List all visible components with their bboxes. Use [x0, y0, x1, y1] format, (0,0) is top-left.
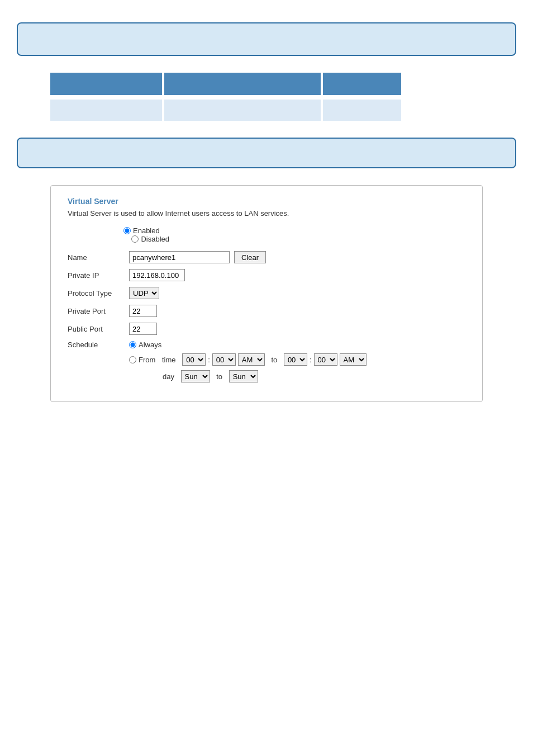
- table-area: [50, 73, 516, 121]
- vs-name-label: Name: [68, 253, 129, 262]
- cell-data-2: [164, 100, 321, 121]
- vs-from-hour-select[interactable]: 00010203 04050607 0809101112: [182, 353, 206, 366]
- vs-description: Virtual Server is used to allow Internet…: [68, 209, 465, 218]
- clear-button[interactable]: Clear: [234, 251, 266, 263]
- vs-disabled-radio-input[interactable]: [131, 235, 139, 243]
- col-header-3: [323, 73, 401, 95]
- vs-to-ampm-select[interactable]: AMPM: [340, 353, 367, 366]
- vs-from-ampm-select[interactable]: AMPM: [238, 353, 265, 366]
- vs-day-row: day SunMonTue WedThuFriSat to SunMonTue …: [163, 370, 258, 382]
- vs-private-port-row: Private Port: [68, 305, 465, 317]
- vs-private-ip-input[interactable]: [129, 269, 185, 281]
- vs-private-ip-row: Private IP: [68, 269, 465, 281]
- vs-always-label: Always: [139, 341, 161, 349]
- vs-from-row: From time 00010203 04050607 0809101112 :…: [129, 353, 367, 366]
- vs-to-day-select[interactable]: SunMonTue WedThuFriSat: [229, 370, 258, 382]
- vs-day-label: day: [163, 372, 174, 381]
- vs-protocol-select[interactable]: TCP UDP Both: [129, 287, 159, 299]
- vs-always-radio[interactable]: Always: [129, 341, 161, 349]
- cell-data-1: [50, 100, 162, 121]
- vs-schedule-label: Schedule: [68, 341, 129, 349]
- vs-from-min-select[interactable]: 00153045: [212, 353, 236, 366]
- section-header-1: [17, 22, 516, 56]
- vs-protocol-label: Protocol Type: [68, 289, 129, 297]
- vs-from-day-select[interactable]: SunMonTue WedThuFriSat: [181, 370, 210, 382]
- vs-private-port-label: Private Port: [68, 307, 129, 315]
- vs-to-hour-select[interactable]: 00010203 04050607 0809101112: [284, 353, 307, 366]
- vs-private-port-input[interactable]: [129, 305, 157, 317]
- vs-disabled-label: Disabled: [141, 235, 169, 243]
- vs-enabled-label: Enabled: [133, 226, 160, 235]
- section-header-2: [17, 138, 516, 168]
- vs-enabled-radio[interactable]: Enabled: [123, 226, 465, 235]
- table-header-row: [50, 73, 516, 95]
- vs-public-port-label: Public Port: [68, 325, 129, 333]
- vs-day-to-label: to: [216, 372, 222, 381]
- vs-disabled-radio[interactable]: Disabled: [131, 235, 169, 243]
- vs-protocol-row: Protocol Type TCP UDP Both: [68, 287, 465, 299]
- vs-public-port-row: Public Port: [68, 323, 465, 335]
- vs-name-input[interactable]: [129, 251, 230, 263]
- col-header-1: [50, 73, 162, 95]
- cell-data-3: [323, 100, 401, 121]
- vs-from-radio-input[interactable]: [129, 356, 136, 363]
- vs-title: Virtual Server: [68, 197, 465, 206]
- vs-public-port-input[interactable]: [129, 323, 157, 335]
- vs-name-row: Name Clear: [68, 251, 465, 263]
- table-data-row: [50, 100, 516, 121]
- vs-enable-row: Enabled Disabled: [123, 226, 465, 244]
- virtual-server-box: Virtual Server Virtual Server is used to…: [50, 185, 483, 402]
- vs-schedule-row: Schedule Always From time 00010203 04050…: [68, 341, 465, 382]
- vs-enabled-radio-input[interactable]: [123, 227, 131, 234]
- vs-from-label: From: [139, 356, 155, 364]
- col-header-2: [164, 73, 321, 95]
- vs-always-radio-input[interactable]: [129, 341, 136, 348]
- vs-private-ip-label: Private IP: [68, 271, 129, 280]
- vs-to-min-select[interactable]: 00153045: [314, 353, 337, 366]
- vs-from-radio[interactable]: From: [129, 356, 155, 364]
- vs-time-label: time: [162, 356, 176, 364]
